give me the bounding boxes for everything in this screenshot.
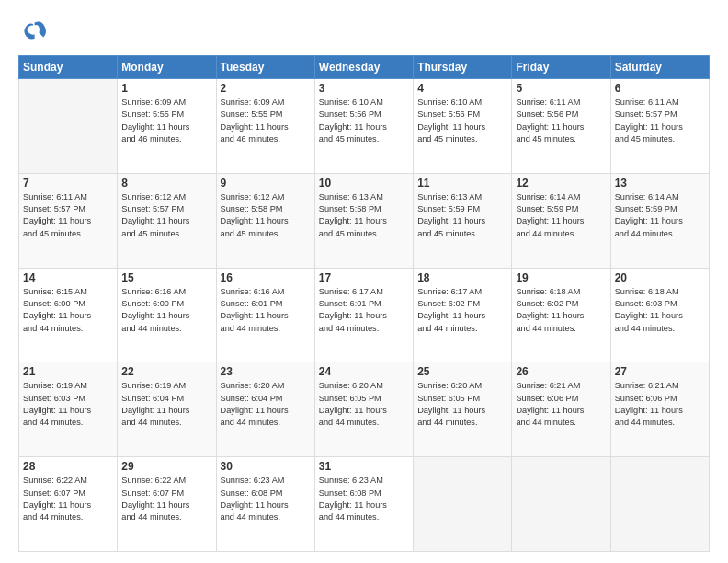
day-number: 29 <box>121 460 211 473</box>
calendar-header-row: SundayMondayTuesdayWednesdayThursdayFrid… <box>19 56 710 79</box>
calendar-day-header: Monday <box>118 56 216 79</box>
day-info: Sunrise: 6:16 AM Sunset: 6:00 PM Dayligh… <box>121 286 211 335</box>
day-info: Sunrise: 6:19 AM Sunset: 6:03 PM Dayligh… <box>23 380 113 429</box>
calendar-cell: 19Sunrise: 6:18 AM Sunset: 6:02 PM Dayli… <box>512 268 610 362</box>
day-info: Sunrise: 6:13 AM Sunset: 5:59 PM Dayligh… <box>417 191 507 240</box>
day-number: 23 <box>221 365 311 378</box>
day-number: 12 <box>516 177 606 190</box>
day-info: Sunrise: 6:12 AM Sunset: 5:57 PM Dayligh… <box>121 191 211 240</box>
day-number: 19 <box>516 271 606 284</box>
calendar-cell: 24Sunrise: 6:20 AM Sunset: 6:05 PM Dayli… <box>314 362 413 457</box>
calendar-cell: 22Sunrise: 6:19 AM Sunset: 6:04 PM Dayli… <box>118 362 216 457</box>
calendar-cell: 9Sunrise: 6:12 AM Sunset: 5:58 PM Daylig… <box>216 173 314 268</box>
calendar-day-header: Tuesday <box>216 56 314 79</box>
calendar-cell: 7Sunrise: 6:11 AM Sunset: 5:57 PM Daylig… <box>19 173 118 268</box>
day-info: Sunrise: 6:22 AM Sunset: 6:07 PM Dayligh… <box>23 475 113 523</box>
day-number: 27 <box>615 365 705 378</box>
calendar-cell: 29Sunrise: 6:22 AM Sunset: 6:07 PM Dayli… <box>118 457 216 552</box>
day-number: 13 <box>615 177 705 190</box>
day-number: 28 <box>23 460 113 473</box>
page: SundayMondayTuesdayWednesdayThursdayFrid… <box>0 0 728 563</box>
day-number: 8 <box>121 177 211 190</box>
calendar-cell <box>414 457 512 552</box>
calendar-cell: 4Sunrise: 6:10 AM Sunset: 5:56 PM Daylig… <box>414 79 512 174</box>
day-number: 4 <box>417 82 507 95</box>
calendar-cell: 20Sunrise: 6:18 AM Sunset: 6:03 PM Dayli… <box>610 268 709 362</box>
day-number: 11 <box>417 177 507 190</box>
day-info: Sunrise: 6:13 AM Sunset: 5:58 PM Dayligh… <box>319 191 409 240</box>
day-info: Sunrise: 6:23 AM Sunset: 6:08 PM Dayligh… <box>221 475 311 523</box>
day-info: Sunrise: 6:09 AM Sunset: 5:55 PM Dayligh… <box>121 97 211 145</box>
day-info: Sunrise: 6:14 AM Sunset: 5:59 PM Dayligh… <box>615 191 705 240</box>
calendar-cell: 25Sunrise: 6:20 AM Sunset: 6:05 PM Dayli… <box>414 362 512 457</box>
calendar-cell: 18Sunrise: 6:17 AM Sunset: 6:02 PM Dayli… <box>414 268 512 362</box>
day-number: 30 <box>221 460 311 473</box>
calendar-cell: 23Sunrise: 6:20 AM Sunset: 6:04 PM Dayli… <box>216 362 314 457</box>
calendar-cell <box>512 457 610 552</box>
day-number: 1 <box>121 82 211 95</box>
day-info: Sunrise: 6:16 AM Sunset: 6:01 PM Dayligh… <box>221 286 311 335</box>
day-info: Sunrise: 6:21 AM Sunset: 6:06 PM Dayligh… <box>516 380 606 429</box>
day-info: Sunrise: 6:23 AM Sunset: 6:08 PM Dayligh… <box>319 475 409 523</box>
calendar-cell: 16Sunrise: 6:16 AM Sunset: 6:01 PM Dayli… <box>216 268 314 362</box>
calendar-cell: 26Sunrise: 6:21 AM Sunset: 6:06 PM Dayli… <box>512 362 610 457</box>
calendar-cell: 27Sunrise: 6:21 AM Sunset: 6:06 PM Dayli… <box>610 362 709 457</box>
day-number: 6 <box>615 82 705 95</box>
day-info: Sunrise: 6:17 AM Sunset: 6:01 PM Dayligh… <box>319 286 409 335</box>
day-info: Sunrise: 6:18 AM Sunset: 6:02 PM Dayligh… <box>516 286 606 335</box>
calendar-week-row: 14Sunrise: 6:15 AM Sunset: 6:00 PM Dayli… <box>19 268 710 362</box>
calendar-day-header: Wednesday <box>314 56 413 79</box>
calendar-cell: 28Sunrise: 6:22 AM Sunset: 6:07 PM Dayli… <box>19 457 118 552</box>
day-number: 24 <box>319 365 409 378</box>
calendar-cell: 17Sunrise: 6:17 AM Sunset: 6:01 PM Dayli… <box>314 268 413 362</box>
day-number: 17 <box>319 271 409 284</box>
day-info: Sunrise: 6:19 AM Sunset: 6:04 PM Dayligh… <box>121 380 211 429</box>
day-number: 20 <box>615 271 705 284</box>
calendar-cell: 14Sunrise: 6:15 AM Sunset: 6:00 PM Dayli… <box>19 268 118 362</box>
calendar-week-row: 28Sunrise: 6:22 AM Sunset: 6:07 PM Dayli… <box>19 457 710 552</box>
calendar-cell: 2Sunrise: 6:09 AM Sunset: 5:55 PM Daylig… <box>216 79 314 174</box>
day-number: 2 <box>221 82 311 95</box>
day-info: Sunrise: 6:21 AM Sunset: 6:06 PM Dayligh… <box>615 380 705 429</box>
calendar-cell: 12Sunrise: 6:14 AM Sunset: 5:59 PM Dayli… <box>512 173 610 268</box>
day-info: Sunrise: 6:20 AM Sunset: 6:05 PM Dayligh… <box>319 380 409 429</box>
calendar-cell: 3Sunrise: 6:10 AM Sunset: 5:56 PM Daylig… <box>314 79 413 174</box>
calendar-cell: 8Sunrise: 6:12 AM Sunset: 5:57 PM Daylig… <box>118 173 216 268</box>
day-number: 25 <box>417 365 507 378</box>
calendar-cell: 30Sunrise: 6:23 AM Sunset: 6:08 PM Dayli… <box>216 457 314 552</box>
day-number: 7 <box>23 177 113 190</box>
calendar-day-header: Sunday <box>19 56 118 79</box>
day-number: 5 <box>516 82 606 95</box>
day-info: Sunrise: 6:20 AM Sunset: 6:04 PM Dayligh… <box>221 380 311 429</box>
calendar-cell: 21Sunrise: 6:19 AM Sunset: 6:03 PM Dayli… <box>19 362 118 457</box>
day-number: 15 <box>121 271 211 284</box>
day-info: Sunrise: 6:22 AM Sunset: 6:07 PM Dayligh… <box>121 475 211 523</box>
day-info: Sunrise: 6:20 AM Sunset: 6:05 PM Dayligh… <box>417 380 507 429</box>
logo-icon <box>18 17 48 46</box>
calendar-cell: 5Sunrise: 6:11 AM Sunset: 5:56 PM Daylig… <box>512 79 610 174</box>
day-number: 26 <box>516 365 606 378</box>
day-info: Sunrise: 6:14 AM Sunset: 5:59 PM Dayligh… <box>516 191 606 240</box>
day-number: 21 <box>23 365 113 378</box>
day-info: Sunrise: 6:10 AM Sunset: 5:56 PM Dayligh… <box>319 97 409 145</box>
day-info: Sunrise: 6:18 AM Sunset: 6:03 PM Dayligh… <box>615 286 705 335</box>
calendar-week-row: 1Sunrise: 6:09 AM Sunset: 5:55 PM Daylig… <box>19 79 710 174</box>
day-number: 16 <box>221 271 311 284</box>
day-number: 9 <box>221 177 311 190</box>
day-number: 22 <box>121 365 211 378</box>
calendar-day-header: Saturday <box>610 56 709 79</box>
calendar-week-row: 21Sunrise: 6:19 AM Sunset: 6:03 PM Dayli… <box>19 362 710 457</box>
day-number: 10 <box>319 177 409 190</box>
calendar-cell: 31Sunrise: 6:23 AM Sunset: 6:08 PM Dayli… <box>314 457 413 552</box>
day-info: Sunrise: 6:17 AM Sunset: 6:02 PM Dayligh… <box>417 286 507 335</box>
day-number: 3 <box>319 82 409 95</box>
day-info: Sunrise: 6:12 AM Sunset: 5:58 PM Dayligh… <box>221 191 311 240</box>
day-number: 18 <box>417 271 507 284</box>
calendar-cell: 13Sunrise: 6:14 AM Sunset: 5:59 PM Dayli… <box>610 173 709 268</box>
calendar-cell <box>610 457 709 552</box>
calendar-cell: 6Sunrise: 6:11 AM Sunset: 5:57 PM Daylig… <box>610 79 709 174</box>
calendar-table: SundayMondayTuesdayWednesdayThursdayFrid… <box>18 55 710 552</box>
day-info: Sunrise: 6:11 AM Sunset: 5:57 PM Dayligh… <box>615 97 705 145</box>
day-info: Sunrise: 6:11 AM Sunset: 5:57 PM Dayligh… <box>23 191 113 240</box>
day-number: 14 <box>23 271 113 284</box>
